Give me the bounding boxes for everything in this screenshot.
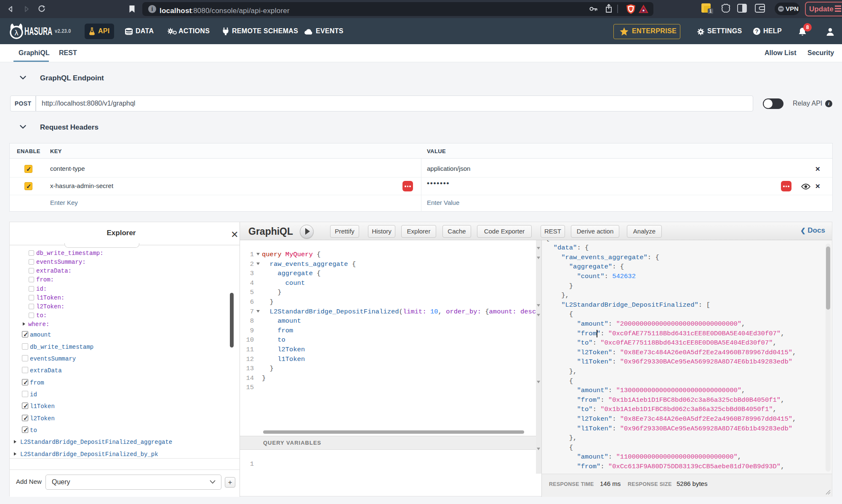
svg-text:λ: λ <box>15 29 19 37</box>
